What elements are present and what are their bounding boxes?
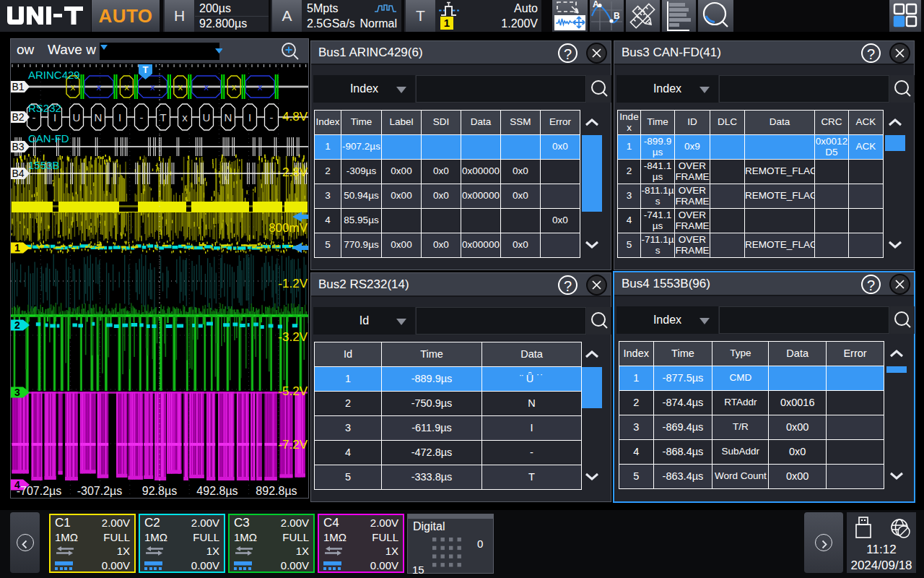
svg-text:892.8µs: 892.8µs: [256, 485, 297, 497]
svg-text:-307.2µs: -307.2µs: [77, 485, 123, 497]
svg-text:-1.2V: -1.2V: [278, 277, 308, 290]
svg-text:B1: B1: [12, 81, 24, 92]
svg-text:U: U: [203, 111, 211, 124]
svg-text:CAN-FD: CAN-FD: [28, 132, 69, 144]
svg-text:800mV: 800mV: [269, 221, 308, 235]
svg-text:-5.2V: -5.2V: [278, 384, 308, 398]
svg-text:-7.2V: -7.2V: [278, 438, 308, 452]
svg-text:B2: B2: [12, 111, 24, 123]
svg-text:x: x: [124, 82, 129, 92]
svg-text:B: B: [614, 11, 620, 21]
svg-text:U: U: [73, 111, 81, 124]
svg-text:T: T: [160, 111, 166, 124]
svg-text:1553B: 1553B: [28, 159, 59, 171]
svg-text:RS232: RS232: [28, 102, 61, 114]
svg-text:-: -: [140, 111, 144, 124]
svg-text:-3.2V: -3.2V: [278, 330, 308, 344]
svg-text:4.8V: 4.8V: [282, 110, 308, 124]
svg-text:A: A: [593, 0, 599, 9]
svg-text:-707.2µs: -707.2µs: [17, 485, 62, 497]
svg-text:x: x: [232, 82, 237, 92]
svg-text:92.8µs: 92.8µs: [142, 485, 177, 497]
svg-text:1: 1: [14, 242, 20, 254]
svg-text:492.8µs: 492.8µs: [196, 485, 237, 497]
svg-text:T: T: [143, 64, 149, 75]
svg-text:I: I: [248, 111, 251, 124]
svg-text:x: x: [204, 82, 209, 92]
svg-text:x: x: [182, 111, 188, 124]
svg-text:x: x: [258, 82, 263, 92]
svg-text:N: N: [95, 111, 103, 124]
svg-text:x: x: [150, 82, 155, 92]
svg-text:3: 3: [14, 387, 20, 398]
svg-text:B3: B3: [12, 141, 24, 152]
svg-text:B4: B4: [12, 168, 24, 179]
svg-text:x: x: [97, 82, 102, 92]
svg-text:ARINC429: ARINC429: [28, 69, 80, 81]
svg-text:I: I: [118, 111, 121, 124]
svg-text:2.8V: 2.8V: [282, 165, 308, 179]
svg-text:2: 2: [14, 319, 20, 331]
svg-text:x: x: [178, 82, 183, 92]
svg-text:-: -: [270, 111, 274, 124]
svg-text:x: x: [71, 82, 76, 92]
svg-text:N: N: [225, 111, 232, 124]
